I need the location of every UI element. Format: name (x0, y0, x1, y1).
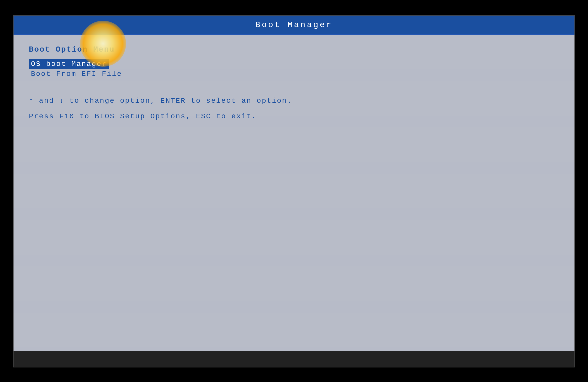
title-bar-text: Boot Manager (255, 20, 333, 30)
bios-screen: Boot Manager Boot Option Menu OS boot Ma… (13, 15, 575, 367)
menu-item-os-boot-manager[interactable]: OS boot Manager (29, 59, 109, 69)
content-area: Boot Option Menu OS boot Manager Boot Fr… (14, 35, 574, 351)
section-label: Boot Option Menu (29, 45, 559, 54)
bios-hint: Press F10 to BIOS Setup Options, ESC to … (29, 112, 559, 120)
navigation-hint: ↑ and ↓ to change option, ENTER to selec… (29, 97, 559, 105)
menu-list: OS boot Manager Boot From EFI File (29, 59, 559, 79)
title-bar: Boot Manager (14, 16, 574, 35)
menu-item-boot-from-efi[interactable]: Boot From EFI File (29, 69, 124, 79)
instructions-block: ↑ and ↓ to change option, ENTER to selec… (29, 97, 559, 120)
bottom-bar (14, 351, 574, 367)
